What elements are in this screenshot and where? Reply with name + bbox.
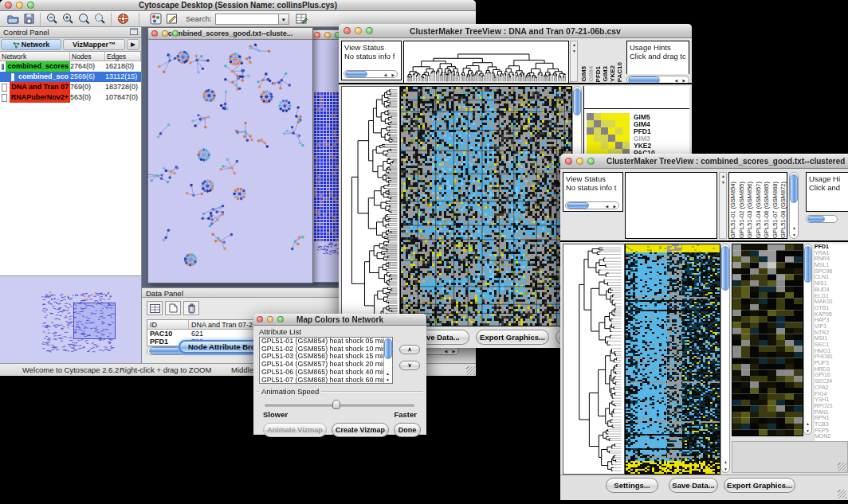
save-icon[interactable] [21,12,37,26]
panel-resize-grip[interactable] [838,463,846,471]
network-view-titlebar[interactable]: combined_scores_good.txt--cluste... [148,28,312,40]
doc-icon [11,73,14,81]
tab-vizmapper[interactable]: VizMapper™ [63,39,125,50]
tab-overflow-arrow[interactable]: ▶ [127,39,139,50]
treeview-combined-title: ClusterMaker TreeView : combined_scores_… [607,157,848,166]
dna-heatmap[interactable] [400,86,572,326]
col-edges[interactable]: Edges [105,52,141,61]
network-row[interactable]: combined_sco2569(6)13112(15) [0,72,141,82]
close-button[interactable] [565,158,572,165]
move-down-button[interactable]: ∨ [399,361,420,370]
zoom-button[interactable] [587,158,595,165]
dialog-titlebar[interactable]: Map Colors to Network [253,314,426,326]
gene-label: PUF3 [815,360,848,366]
settings-button[interactable]: Settings... [606,478,658,493]
column-labels-vscrollbar[interactable] [789,172,799,239]
zoom-button[interactable] [366,27,373,34]
resize-grip[interactable] [466,366,475,375]
dna-column-labels[interactable]: GIM5GIM4PFD1GIM3YKE2PAC10 [580,41,623,82]
dna-row-labels[interactable]: GIM5GIM4PFD1GIM3YKE2PAC10 [634,114,655,157]
mini-heatmap[interactable] [587,113,630,156]
zoom-selected-icon[interactable] [92,12,108,26]
combined-column-labels[interactable]: GPL51-01 (GSM854)GPL51-02 (GSM855)GPL51-… [728,172,787,239]
row-dendrogram[interactable] [563,244,625,475]
column-scroll-arrows[interactable] [719,172,727,239]
view-status-hscrollbar[interactable] [565,201,619,209]
usage-hints-hscrollbar[interactable] [806,215,838,223]
table-view-icon[interactable] [147,301,163,315]
control-panel: Control Panel Network VizMapper™ ▶ Netwo… [0,27,142,363]
divider [339,83,692,84]
view-status-hscrollbar[interactable] [344,70,398,78]
close-button[interactable] [257,316,263,322]
done-button[interactable]: Done [394,423,421,437]
open-folder-icon[interactable] [5,12,21,26]
mini-cell [608,135,615,142]
attribute-listbox[interactable]: GPL51-01 (GSM854) heat shock 05 minGPL51… [259,337,393,384]
animate-vizmap-button[interactable]: Animate Vizmap [263,423,327,437]
zoom-heatmap[interactable] [732,244,803,436]
minimize-button[interactable] [355,27,362,34]
export-graphics-button[interactable]: Export Graphics... [476,330,549,345]
col-id[interactable]: ID [147,320,189,329]
new-attribute-icon[interactable] [165,301,181,315]
zoom-vscrollbar[interactable] [803,244,812,435]
heatmap-vscrollbar[interactable] [720,244,730,473]
zoom-fit-icon[interactable] [76,12,92,26]
row-dendrogram[interactable] [341,86,400,326]
zoom-button[interactable] [277,316,284,322]
network-row[interactable]: combined_scores2764(0)16218(0) [0,61,141,72]
table-edit-icon[interactable] [294,12,310,26]
gene-label: VIP1 [815,323,848,330]
move-up-button[interactable]: ∧ [399,345,420,354]
col-network[interactable]: Network [0,52,70,61]
delete-attribute-icon[interactable] [183,301,199,315]
minimize-button[interactable] [576,158,583,165]
network-table-header: Network Nodes Edges [0,52,141,61]
minimize-button[interactable] [162,30,168,37]
gene-label: MON2 [815,433,848,440]
treeview-combined-titlebar[interactable]: ClusterMaker TreeView : combined_scores_… [560,154,848,169]
combined-heatmap[interactable] [625,244,720,475]
speed-slider-thumb[interactable] [332,400,340,409]
treeview-combined-window: ClusterMaker TreeView : combined_scores_… [560,154,848,500]
treeview-dna-titlebar[interactable]: ClusterMaker TreeView : DNA and Tran 07-… [339,24,692,38]
minimize-button[interactable] [16,2,23,9]
gene-label: HRD3 [815,366,848,373]
network-row[interactable]: DNA and Tran 07769(0)183728(0) [0,82,141,92]
gene-label-list[interactable]: PFD1YRA1RNR4MSL1SPC98CLN1NIS1BUD4ELG1MAK… [815,244,848,441]
search-input[interactable] [215,14,279,25]
gene-label: PFD1 [815,244,848,250]
zoom-button[interactable] [27,2,34,9]
cytoscape-titlebar[interactable]: Cytoscape Desktop (Session Name: collins… [0,0,476,11]
annotation-icon[interactable] [163,12,179,26]
minimize-button[interactable] [267,316,273,322]
create-vizmap-button[interactable]: Create Vizmap [332,423,389,437]
col-nodes[interactable]: Nodes [70,52,105,61]
close-button[interactable] [5,2,12,9]
tab-network[interactable]: Network [1,39,61,50]
slower-label: Slower [263,410,288,419]
export-graphics-button[interactable]: Export Graphics... [724,478,795,493]
attribute-list-item[interactable]: GPL51-07 (GSM868) heat shock 60 min [260,377,383,384]
search-dropdown-arrow[interactable]: ▼ [279,14,289,25]
zoom-button[interactable] [172,30,179,37]
float-panel-icon[interactable] [130,28,138,37]
mini-cell [594,142,601,149]
zoom-in-icon[interactable] [60,12,76,26]
close-button[interactable] [151,30,158,37]
network-row[interactable]: RNAPuberNov2+563(0)107847(0) [0,92,141,103]
save-data-button[interactable]: Save Data... [669,478,718,493]
vizmapper-icon[interactable] [147,12,163,26]
zoom-out-icon[interactable] [44,12,60,26]
column-scroll-arrows[interactable] [570,41,578,82]
network-canvas[interactable] [148,40,312,283]
window-resize-grip[interactable] [838,490,846,498]
column-dendrogram[interactable] [403,41,569,84]
close-button[interactable] [344,27,351,34]
usage-hints-panel: Usage HiClick and [806,172,848,212]
birdseye-view[interactable] [0,275,141,363]
help-ring-icon[interactable] [115,12,131,26]
list-vscrollbar[interactable] [383,338,392,383]
search-label: Search: [186,14,212,23]
